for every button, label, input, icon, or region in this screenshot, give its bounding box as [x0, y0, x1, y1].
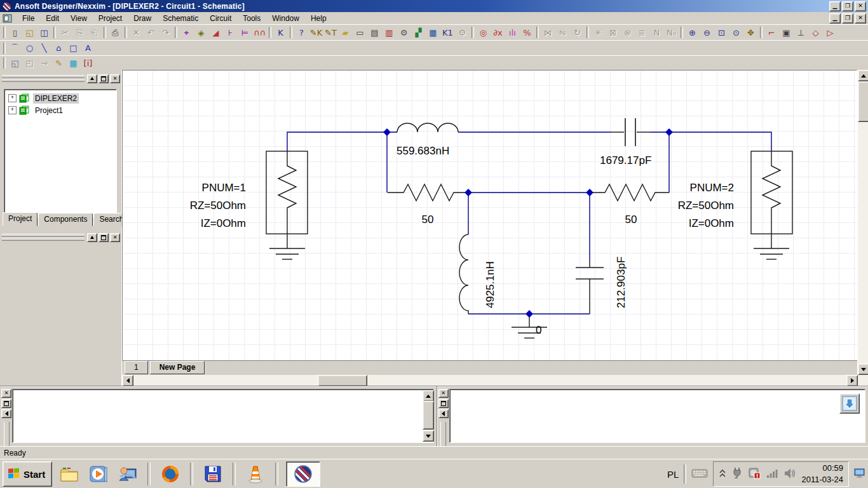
netlist-editor-icon[interactable]: K	[273, 26, 288, 39]
vertical-scroll-thumb[interactable]	[858, 81, 868, 122]
floppy-save-icon[interactable]	[202, 463, 224, 485]
network-signal-icon[interactable]	[766, 468, 778, 481]
open-icon[interactable]: ◱	[22, 26, 37, 39]
port2-rz-label[interactable]: RZ=50Ohm	[678, 200, 734, 212]
ground-net-label[interactable]: 0	[536, 324, 541, 336]
analyze-icon[interactable]: ◎	[476, 26, 491, 39]
snap-grid-icon[interactable]: ▦	[66, 57, 81, 69]
place-ground-icon[interactable]: ⊥	[794, 26, 808, 39]
close-button[interactable]: ✕	[855, 1, 866, 11]
draw-rect-icon[interactable]: □	[66, 42, 81, 55]
horizontal-scrollbar[interactable]	[122, 375, 868, 386]
expander-icon[interactable]: +	[8, 106, 17, 114]
panel-close-button[interactable]: ✕	[1, 389, 11, 398]
user-account-icon[interactable]	[117, 463, 139, 485]
vertical-scrollbar[interactable]	[857, 70, 868, 375]
push-to-layout-icon[interactable]: ◢	[208, 26, 223, 39]
panel-collapse-button[interactable]	[1, 409, 11, 418]
edit-pin-icon[interactable]: ✎K	[309, 26, 323, 39]
copy-icon[interactable]: ⎘	[72, 26, 87, 39]
dock-grip[interactable]	[2, 74, 85, 83]
mirror-y-icon[interactable]: ⇋	[555, 26, 570, 39]
port1-pnum-label[interactable]: PNUM=1	[202, 182, 246, 194]
push-pin-icon[interactable]: ⊸	[37, 57, 51, 69]
zoom-fit-icon[interactable]: ⊙	[729, 26, 743, 39]
delete-all-icon[interactable]: ⊗	[620, 26, 635, 39]
scroll-right-button[interactable]	[846, 375, 858, 386]
cut-icon[interactable]: ✂	[58, 26, 72, 39]
mirror-x-icon[interactable]: ⋈	[541, 26, 555, 39]
add-report-icon[interactable]: ▥	[382, 26, 397, 39]
scroll-to-bottom-button[interactable]	[839, 393, 860, 414]
pin-n0-icon[interactable]: N₀	[664, 26, 679, 39]
add-model-icon[interactable]: ∩∩	[252, 26, 267, 39]
bracket-i-icon[interactable]: [i]	[81, 57, 95, 69]
menu-edit[interactable]: Edit	[40, 13, 65, 24]
add-netlist-icon[interactable]: ⊦	[223, 26, 238, 39]
derivative-icon[interactable]: ∂x	[491, 26, 505, 39]
pin-n-icon[interactable]: N	[649, 26, 664, 39]
dock-maximize-button[interactable]	[98, 233, 109, 242]
security-alert-icon[interactable]	[748, 467, 761, 482]
setup-gears-icon[interactable]: ⚙	[397, 26, 411, 39]
print-icon[interactable]: ⎙	[108, 26, 123, 39]
pan-icon[interactable]: ✥	[743, 26, 758, 39]
cascade-windows-icon[interactable]: ◱	[8, 57, 22, 69]
scroll-left-button[interactable]	[122, 375, 133, 386]
draw-polygon-icon[interactable]: ⌂	[51, 42, 66, 55]
monitor-icon[interactable]: ▭	[353, 26, 367, 39]
place-port-icon[interactable]: ◇	[808, 26, 823, 39]
shunt-capacitor-value[interactable]: 212.903pF	[615, 257, 627, 308]
array-icon[interactable]: ✳	[591, 26, 606, 39]
series-inductor[interactable]	[397, 123, 458, 132]
image-table-icon[interactable]: ▦	[426, 26, 440, 39]
mdi-close-button[interactable]: ✕	[855, 13, 866, 24]
zoom-in-icon[interactable]: ⊕	[685, 26, 700, 39]
panel-maximize-button[interactable]	[438, 399, 449, 408]
delete-icon[interactable]: ✕	[129, 26, 144, 39]
menu-file[interactable]: File	[17, 13, 40, 24]
scroll-thumb[interactable]	[423, 401, 434, 430]
pin-number-icon[interactable]: K1	[440, 26, 455, 39]
panel-maximize-button[interactable]	[1, 399, 11, 408]
menu-circuit[interactable]: Circuit	[204, 13, 237, 24]
new-icon[interactable]: ▯	[8, 26, 22, 39]
measure-line-icon[interactable]: ✎	[51, 57, 66, 69]
port1-rz-label[interactable]: RZ=50Ohm	[190, 200, 246, 212]
show-desktop-icon[interactable]	[854, 468, 865, 481]
volume-icon[interactable]	[783, 468, 796, 481]
start-button[interactable]: Start	[3, 461, 52, 487]
minimize-button[interactable]: ▁	[829, 1, 841, 11]
scroll-up-button[interactable]	[858, 70, 868, 81]
menu-schematic[interactable]: Schematic	[157, 13, 204, 24]
panel-close-button[interactable]: ✕	[438, 389, 449, 398]
series-capacitor[interactable]	[611, 118, 650, 146]
tab-components[interactable]: Components	[38, 213, 93, 226]
menu-project[interactable]: Project	[93, 13, 128, 24]
paste-icon[interactable]: ⎗	[87, 26, 102, 39]
resistor-right[interactable]	[590, 184, 669, 201]
page-tab-1[interactable]: 1	[125, 361, 148, 374]
wizard-icon[interactable]: ⚙	[455, 26, 470, 39]
port-2[interactable]	[751, 151, 792, 259]
draw-arc-icon[interactable]: ⌒	[8, 42, 22, 55]
menu-window[interactable]: Window	[266, 13, 305, 24]
add-port-icon[interactable]: ⌖	[179, 26, 194, 39]
scroll-up-button[interactable]	[423, 390, 434, 402]
histogram-icon[interactable]: ılı	[505, 26, 520, 39]
place-component-icon[interactable]: ▣	[779, 26, 794, 39]
redo-icon[interactable]: ↷	[158, 26, 173, 39]
save-icon[interactable]: ◫	[37, 26, 51, 39]
port1-iz-label[interactable]: IZ=0Ohm	[201, 217, 246, 229]
dock-close-button[interactable]: ✕	[110, 233, 120, 242]
tree-item-diplexer2[interactable]: + DIPLEXER2	[6, 92, 115, 104]
draw-text-icon[interactable]: A	[81, 42, 95, 55]
zoom-out-icon[interactable]: ⊖	[700, 26, 714, 39]
resistor-left-value[interactable]: 50	[422, 214, 434, 226]
zoom-window-icon[interactable]: ⊡	[714, 26, 729, 39]
progress-area[interactable]	[449, 389, 866, 443]
rotate-icon[interactable]: ↻	[570, 26, 585, 39]
horizontal-scroll-thumb[interactable]	[318, 375, 367, 386]
ansoft-task-button[interactable]	[286, 461, 320, 487]
list-properties-icon[interactable]: ≣	[635, 26, 649, 39]
